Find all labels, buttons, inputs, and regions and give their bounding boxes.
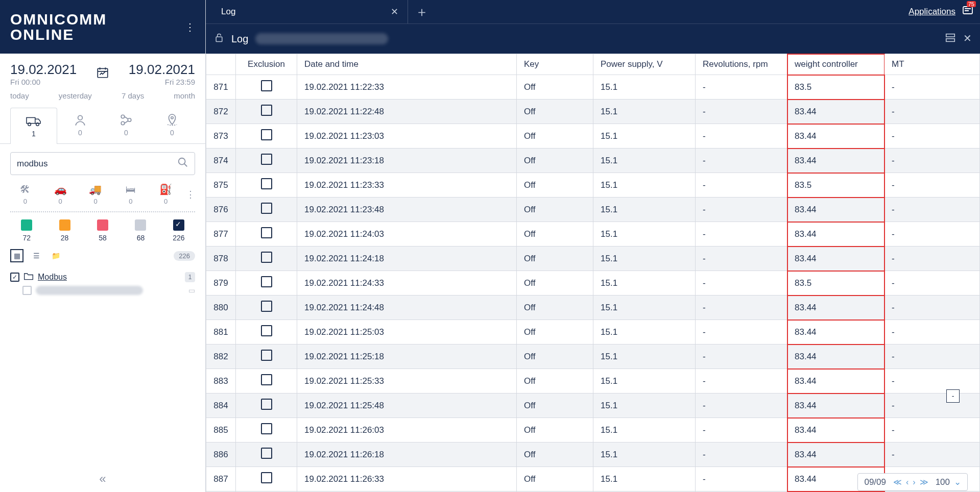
table-row[interactable]: 88319.02.2021 11:25:33Off15.1-83.44- [206,369,980,393]
tab-geofences[interactable]: 0 [149,107,195,143]
tab-drivers[interactable]: 0 [57,107,103,143]
tree-leaf-checkbox[interactable] [22,286,32,295]
tab-vehicles[interactable]: 1 [10,108,57,144]
th-mt[interactable]: MT [885,54,980,75]
tab-log[interactable]: Log ✕ [212,0,408,23]
range-today[interactable]: today [10,91,29,100]
row-checkbox-icon[interactable] [261,448,272,459]
row-checkbox-icon[interactable] [261,423,272,434]
th-power[interactable]: Power supply, V [593,54,696,75]
vtype-bed[interactable]: 🛏0 [115,184,146,205]
row-checkbox-icon[interactable] [261,154,272,165]
calendar-icon[interactable] [96,66,109,82]
cell-exclusion[interactable] [236,345,297,369]
row-checkbox-icon[interactable] [261,80,272,91]
search-icon[interactable] [177,157,188,170]
vtype-more-icon[interactable]: ⋮ [186,189,195,200]
row-checkbox-icon[interactable] [261,472,272,483]
row-checkbox-icon[interactable] [261,227,272,238]
table-row[interactable]: 87619.02.2021 11:23:48Off15.1-83.44- [206,198,980,222]
view-grid-icon[interactable]: ▦ [10,249,23,262]
pager-first-icon[interactable]: ≪ [893,477,902,487]
range-yesterday[interactable]: yesterday [59,91,92,100]
float-minimize-icon[interactable]: - [946,389,960,403]
cell-exclusion[interactable] [236,296,297,320]
row-checkbox-icon[interactable] [261,178,272,189]
row-checkbox-icon[interactable] [261,252,272,263]
tree-checkbox-icon[interactable]: ✓ [10,273,19,282]
cell-exclusion[interactable] [236,320,297,345]
vtype-car[interactable]: 🚗0 [45,183,76,205]
table-row[interactable]: 88419.02.2021 11:25:48Off15.1-83.44- [206,393,980,418]
th-datetime[interactable]: Date and time [297,54,517,75]
status-gray[interactable]: 68 [124,219,157,242]
th-revolutions[interactable]: Revolutions, rpm [696,54,787,75]
range-month[interactable]: month [174,91,195,100]
cell-exclusion[interactable] [236,222,297,247]
th-key[interactable]: Key [517,54,593,75]
cell-exclusion[interactable] [236,247,297,271]
brand-menu-icon[interactable]: ⋮ [185,21,195,33]
cell-exclusion[interactable] [236,418,297,442]
status-red[interactable]: 58 [86,219,119,242]
row-checkbox-icon[interactable] [261,276,272,287]
table-row[interactable]: 88219.02.2021 11:25:18Off15.1-83.44- [206,345,980,369]
th-exclusion[interactable]: Exclusion [236,54,297,75]
view-tree-icon[interactable]: 📁 [49,249,62,262]
cell-exclusion[interactable] [236,198,297,222]
table-row[interactable]: 87219.02.2021 11:22:48Off15.1-83.44- [206,100,980,124]
notifications-icon[interactable]: 75 [962,4,974,19]
th-num[interactable] [206,54,236,75]
status-navy[interactable]: 226 [162,219,195,242]
vtype-fuel[interactable]: ⛽0 [151,183,181,205]
date-end[interactable]: 19.02.2021 Fri 23:59 [129,62,195,86]
row-checkbox-icon[interactable] [261,203,272,214]
table-row[interactable]: 87119.02.2021 11:22:33Off15.1-83.5- [206,75,980,100]
cell-exclusion[interactable] [236,393,297,418]
collapse-sidebar-icon[interactable]: « [99,472,106,486]
close-panel-icon[interactable]: ✕ [963,32,972,46]
cell-exclusion[interactable] [236,369,297,393]
cell-exclusion[interactable] [236,271,297,296]
add-tab-icon[interactable]: ＋ [408,3,436,21]
th-weight-controller[interactable]: weight controller [787,54,885,75]
row-checkbox-icon[interactable] [261,399,272,410]
table-row[interactable]: 87519.02.2021 11:23:33Off15.1-83.5- [206,173,980,198]
pager-size-dropdown-icon[interactable]: ⌄ [954,477,961,487]
vtype-truck[interactable]: 🚚0 [81,183,111,205]
cell-exclusion[interactable] [236,467,297,491]
status-orange[interactable]: 28 [48,219,81,242]
table-row[interactable]: 87719.02.2021 11:24:03Off15.1-83.44- [206,222,980,247]
cell-exclusion[interactable] [236,173,297,198]
table-row[interactable]: 88619.02.2021 11:26:18Off15.1-83.44- [206,442,980,467]
row-checkbox-icon[interactable] [261,301,272,312]
tree-node-modbus[interactable]: ✓ Modbus 1 [0,268,205,286]
range-7days[interactable]: 7 days [122,91,144,100]
table-row[interactable]: 88519.02.2021 11:26:03Off15.1-83.44- [206,418,980,442]
pager-prev-icon[interactable]: ‹ [906,478,909,487]
vtype-maintenance[interactable]: 🛠0 [10,184,40,205]
view-list-icon[interactable]: ☰ [30,249,43,262]
status-green[interactable]: 72 [10,219,43,242]
camera-icon[interactable]: ▭ [188,286,195,294]
row-checkbox-icon[interactable] [261,374,272,385]
pager-last-icon[interactable]: ≫ [920,477,928,487]
row-checkbox-icon[interactable] [261,350,272,361]
search-input[interactable] [17,159,177,169]
cell-exclusion[interactable] [236,124,297,149]
applications-link[interactable]: Applications [909,7,955,17]
cell-exclusion[interactable] [236,442,297,467]
table-row[interactable]: 87319.02.2021 11:23:03Off15.1-83.44- [206,124,980,149]
layout-icon[interactable] [945,32,956,46]
table-row[interactable]: 88019.02.2021 11:24:48Off15.1-83.44- [206,296,980,320]
row-checkbox-icon[interactable] [261,105,272,116]
tab-routes[interactable]: 0 [103,107,149,143]
date-start[interactable]: 19.02.2021 Fri 00:00 [10,62,77,86]
row-checkbox-icon[interactable] [261,129,272,140]
cell-exclusion[interactable] [236,75,297,100]
pager-next-icon[interactable]: › [913,478,915,487]
table-row[interactable]: 88119.02.2021 11:25:03Off15.1-83.44- [206,320,980,345]
row-checkbox-icon[interactable] [261,325,272,336]
table-row[interactable]: 87819.02.2021 11:24:18Off15.1-83.44- [206,247,980,271]
table-row[interactable]: 87419.02.2021 11:23:18Off15.1-83.44- [206,149,980,173]
